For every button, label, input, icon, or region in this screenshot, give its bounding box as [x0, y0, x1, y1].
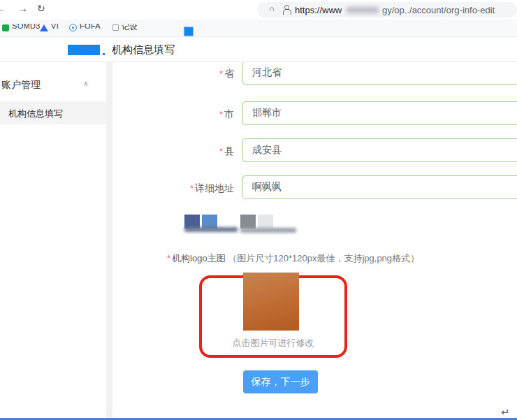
- url-path: gy/op../account/org-info-edit: [382, 5, 495, 15]
- url-bar[interactable]: ∩ https://www gy/op../account/org-info-e…: [257, 2, 517, 17]
- triangle-icon: [40, 24, 48, 31]
- square-icon: [112, 24, 119, 31]
- sidebar-group-label: 账户管理: [1, 79, 41, 92]
- field-label-city: *市: [112, 108, 234, 121]
- bookmark-label: SOMD3: [12, 24, 41, 30]
- app-header: 机构信息填写: [0, 37, 517, 62]
- screen: ← → ↻ ∩ https://www gy/op../account/org-…: [0, 0, 517, 420]
- forward-icon[interactable]: →: [17, 2, 28, 14]
- url-secure-prefix: https://www: [295, 5, 342, 15]
- logo-section-label: *机构logo主图 （图片尺寸120*120px最佳，支持jpg,png格式）: [167, 252, 419, 265]
- app-logo-redacted: [68, 45, 100, 55]
- org-info-form: *省 *市 *县 *详细地址 *机构logo主图 （图片尺寸120*120px最…: [112, 62, 517, 420]
- bookmark-vi[interactable]: VI: [40, 24, 59, 31]
- profile-icon[interactable]: [282, 5, 290, 14]
- bookmark-jishe[interactable]: 记设: [112, 24, 138, 31]
- redacted-swatch: [258, 215, 273, 229]
- city-input[interactable]: [242, 101, 517, 125]
- redacted-favicon-block: [184, 27, 194, 36]
- reload-icon[interactable]: ↻: [37, 3, 45, 14]
- bookmark-somd3[interactable]: SOMD3: [2, 24, 41, 31]
- url-redacted-blur: [347, 7, 379, 13]
- bookmark-fofa[interactable]: FOFA: [69, 24, 101, 31]
- redacted-text: [240, 228, 296, 233]
- logo-dot: [103, 53, 105, 55]
- upload-caption: 点击图片可进行修改: [199, 337, 347, 349]
- bookmark-favicon: [2, 24, 9, 31]
- save-next-button[interactable]: 保存，下一步: [243, 370, 318, 393]
- sidebar-group-account[interactable]: 账户管理 ∧: [0, 76, 106, 97]
- required-mark: *: [219, 68, 223, 79]
- sidebar-item-label: 机构信息填写: [8, 108, 63, 120]
- eye-icon: [69, 24, 77, 31]
- redacted-swatch: [202, 215, 217, 229]
- browser-toolbar: ← → ↻ ∩ https://www gy/op../account/org-…: [0, 0, 517, 20]
- redacted-swatch: [240, 215, 256, 229]
- return-arrow-icon: ↵: [501, 406, 510, 419]
- required-mark: *: [190, 183, 194, 194]
- field-label-province: *省: [112, 68, 234, 80]
- permissions-icon[interactable]: ∩: [269, 4, 275, 13]
- back-icon[interactable]: ←: [0, 2, 6, 14]
- bookmark-label: VI: [51, 24, 59, 30]
- bookmark-label: 记设: [122, 24, 138, 31]
- bookmarks-bar: SOMD3 VI FOFA 记设: [0, 20, 517, 37]
- province-input[interactable]: [242, 62, 517, 85]
- address-input[interactable]: [242, 175, 517, 199]
- sidebar-item-org-info[interactable]: 机构信息填写: [0, 101, 106, 124]
- redacted-text: [184, 227, 238, 232]
- field-label-county: *县: [112, 145, 234, 158]
- required-mark: *: [219, 109, 223, 120]
- bookmark-label: FOFA: [80, 24, 101, 30]
- field-label-address: *详细地址: [112, 182, 234, 195]
- county-input[interactable]: [242, 138, 517, 162]
- page-title: 机构信息填写: [112, 43, 175, 57]
- logo-size-hint: （图片尺寸120*120px最佳，支持jpg,png格式）: [228, 253, 419, 263]
- chevron-up-icon[interactable]: ∧: [83, 80, 88, 87]
- required-mark: *: [167, 253, 170, 263]
- redacted-swatch: [184, 215, 200, 229]
- logo-image-upload[interactable]: [243, 273, 299, 331]
- content-divider: [106, 62, 112, 420]
- required-mark: *: [219, 146, 223, 157]
- sidebar: 账户管理 ∧ 机构信息填写: [0, 62, 106, 420]
